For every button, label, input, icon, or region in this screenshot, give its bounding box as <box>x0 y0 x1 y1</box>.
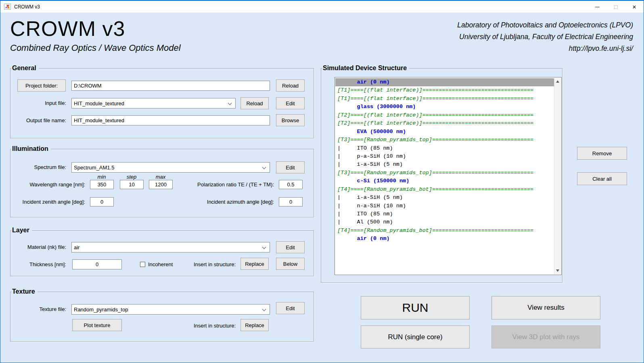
edit-spectrum-button[interactable]: Edit <box>276 161 305 173</box>
edit-material-button[interactable]: Edit <box>276 241 305 253</box>
polarization-input[interactable] <box>279 180 303 189</box>
wavelength-min-input[interactable] <box>90 180 114 189</box>
edit-texture-button[interactable]: Edit <box>276 302 305 314</box>
project-folder-button[interactable]: Project folder: <box>17 79 66 92</box>
structure-row[interactable]: EVA (500000 nm) <box>335 128 554 136</box>
wavelength-max-input[interactable] <box>149 180 173 189</box>
structure-row[interactable]: | ITO (85 nm) <box>335 210 554 218</box>
structure-row[interactable]: [T2]====[(flat interface)]==============… <box>335 111 554 119</box>
chevron-down-icon <box>262 245 266 249</box>
structure-row[interactable]: | i-a-SiH (5 nm) <box>335 161 554 169</box>
page-title: CROWM v3 <box>10 17 125 41</box>
structure-row[interactable]: | n-a-SiH (10 nm) <box>335 202 554 210</box>
structure-listbox[interactable]: air (0 nm)[T1]====[(flat interface)]====… <box>335 77 562 275</box>
reload-folder-button[interactable]: Reload <box>276 79 305 92</box>
run-single-core-button[interactable]: RUN (single core) <box>361 325 470 348</box>
incoherent-label: Incoherent <box>148 261 173 268</box>
structure-row[interactable]: [T1]====[(flat interface)]==============… <box>335 95 554 103</box>
scroll-up-icon[interactable] <box>556 80 559 83</box>
azimuth-angle-input[interactable] <box>279 197 303 207</box>
azimuth-angle-label: Incident azimuth angle [deg]: <box>170 199 274 205</box>
chevron-down-icon <box>262 307 266 311</box>
project-folder-input[interactable] <box>71 81 270 91</box>
thickness-label: Thickness [nm]: <box>8 261 66 268</box>
page-subtitle: Combined Ray Optics / Wave Optics Model <box>10 43 181 53</box>
wavelength-step-input[interactable] <box>120 180 144 189</box>
input-file-label: Input file: <box>8 100 66 106</box>
texture-panel: Texture <box>10 292 314 342</box>
close-icon: ✕ <box>632 4 637 10</box>
input-file-dropdown[interactable]: HIT_module_textured <box>71 98 236 108</box>
chevron-down-icon <box>228 101 232 105</box>
view-3d-plot-button: View 3D plot with rays <box>491 325 600 348</box>
texture-insert-label: Insert in structure: <box>170 323 236 329</box>
thickness-input[interactable] <box>72 259 122 269</box>
structure-scrollbar[interactable] <box>554 78 561 274</box>
input-file-value: HIT_module_textured <box>74 100 124 106</box>
scroll-down-icon[interactable] <box>556 269 559 272</box>
structure-row[interactable]: | Al (500 nm) <box>335 218 554 226</box>
maximize-button <box>606 1 625 13</box>
structure-row[interactable]: [T2]====[(flat interface)]==============… <box>335 119 554 127</box>
structure-row[interactable]: c-Si (150000 nm) <box>335 177 554 185</box>
layer-panel-title: Layer <box>11 226 32 234</box>
chevron-down-icon <box>262 165 266 169</box>
structure-row[interactable]: [T3]====[Random_pyramids_top]===========… <box>335 136 554 144</box>
texture-replace-button[interactable]: Replace <box>240 319 269 331</box>
max-label: max <box>148 174 173 180</box>
org-line3: http://lpvo.fe.uni-lj.si/ <box>457 43 633 54</box>
structure-row[interactable]: | p-a-SiH (10 nm) <box>335 152 554 161</box>
output-file-label: Output file name: <box>8 117 66 124</box>
spectrum-file-value: Spectrum_AM1.5 <box>74 165 114 171</box>
minimize-button[interactable] <box>588 1 606 13</box>
run-button[interactable]: RUN <box>361 296 470 319</box>
structure-row[interactable]: | ITO (85 nm) <box>335 144 554 152</box>
min-label: min <box>90 174 114 180</box>
zenith-angle-input[interactable] <box>90 197 114 207</box>
layer-replace-button[interactable]: Replace <box>240 258 269 270</box>
org-line1: Laboratory of Photovoltaics and Optoelec… <box>457 19 633 31</box>
structure-rows: air (0 nm)[T1]====[(flat interface)]====… <box>335 78 554 243</box>
plot-texture-button[interactable]: Plot texture <box>72 319 122 331</box>
texture-file-value: Random_pyramids_top <box>74 307 128 313</box>
view-results-button[interactable]: View results <box>491 296 600 319</box>
structure-row[interactable]: | i-a-SiH (5 nm) <box>335 194 554 202</box>
structure-row[interactable]: [T4]====[Random_pyramids_bot]===========… <box>335 186 554 194</box>
structure-row[interactable]: [T3]====[Random_pyramids_top]===========… <box>335 169 554 177</box>
structure-row[interactable]: air (0 nm) <box>335 78 554 86</box>
minimize-icon <box>595 7 600 7</box>
edit-input-button[interactable]: Edit <box>276 97 305 109</box>
output-file-input[interactable] <box>71 115 270 125</box>
layer-below-button[interactable]: Below <box>276 258 305 270</box>
polarization-label: Polarization ratio TE / (TE + TM): <box>170 182 274 188</box>
structure-row[interactable]: [T4]====[Random_pyramids_bot]===========… <box>335 227 554 235</box>
layer-insert-label: Insert in structure: <box>170 261 236 268</box>
general-panel-title: General <box>11 64 39 72</box>
spectrum-file-label: Spectrum file: <box>8 164 66 171</box>
org-line2: University of Ljubljana, Faculty of Elec… <box>457 31 633 43</box>
structure-row[interactable]: [T1]====[(flat interface)]==============… <box>335 86 554 94</box>
remove-button[interactable]: Remove <box>577 147 627 160</box>
window-title: CROWM v3 <box>14 4 40 10</box>
app-window: CROWM v3 ✕ CROWM v3 Combined Ray Optics … <box>0 0 644 363</box>
step-label: step <box>119 174 144 180</box>
zenith-angle-label: Incident zenith angle [deg]: <box>8 199 85 205</box>
structure-row[interactable]: air (0 nm) <box>335 235 554 243</box>
titlebar: CROWM v3 ✕ <box>0 0 644 13</box>
browse-button[interactable]: Browse <box>276 114 305 126</box>
incoherent-checkbox[interactable] <box>140 262 145 267</box>
close-button[interactable]: ✕ <box>625 1 644 13</box>
spectrum-file-dropdown[interactable]: Spectrum_AM1.5 <box>71 162 270 173</box>
structure-row[interactable]: glass (3000000 nm) <box>335 103 554 111</box>
structure-panel-title: Simulated Device Structure <box>322 64 409 72</box>
matlab-icon <box>4 4 11 10</box>
material-file-label: Material (nk) file: <box>8 244 66 250</box>
reload-input-button[interactable]: Reload <box>240 97 269 109</box>
clear-all-button[interactable]: Clear all <box>577 172 627 185</box>
texture-file-label: Texture file: <box>8 306 66 313</box>
illumination-panel-title: Illumination <box>11 145 51 152</box>
texture-file-dropdown[interactable]: Random_pyramids_top <box>71 304 270 315</box>
material-file-value: air <box>74 244 79 250</box>
material-file-dropdown[interactable]: air <box>71 242 270 252</box>
org-info: Laboratory of Photovoltaics and Optoelec… <box>457 19 633 54</box>
